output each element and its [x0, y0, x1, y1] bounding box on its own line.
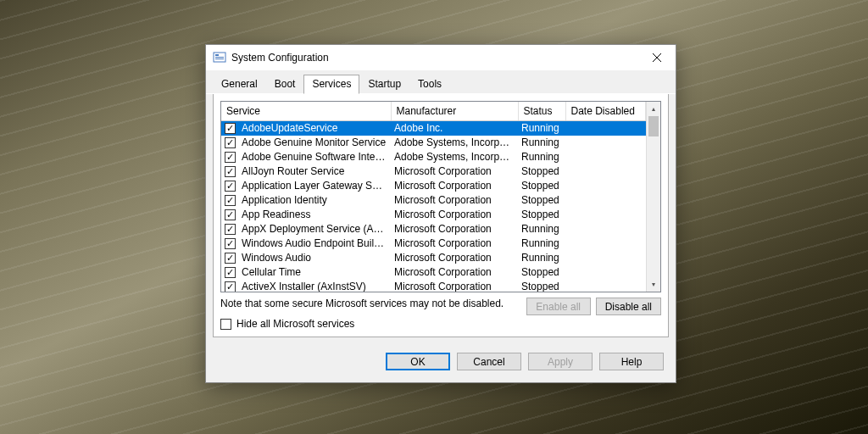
cell-service: Application Identity	[238, 193, 391, 208]
cell-date-disabled	[565, 222, 645, 236]
cell-service: Application Layer Gateway Service	[238, 179, 391, 193]
table-row[interactable]: Application Layer Gateway ServiceMicroso…	[221, 179, 646, 193]
tab-tools[interactable]: Tools	[409, 75, 450, 94]
table-row[interactable]: Application IdentityMicrosoft Corporatio…	[221, 193, 646, 208]
column-header-status[interactable]: Status	[518, 102, 565, 121]
cell-service: ActiveX Installer (AxInstSV)	[238, 280, 391, 292]
cell-status: Stopped	[518, 280, 565, 292]
cell-status: Running	[518, 222, 565, 236]
close-button[interactable]	[637, 45, 676, 70]
help-button[interactable]: Help	[599, 353, 664, 370]
cell-date-disabled	[565, 265, 645, 280]
row-checkbox[interactable]	[225, 181, 236, 192]
row-checkbox[interactable]	[225, 281, 236, 292]
cell-manufacturer: Microsoft Corporation	[391, 222, 518, 236]
row-checkbox[interactable]	[225, 166, 236, 177]
dialog-footer: OK Cancel Apply Help	[206, 344, 676, 382]
cell-date-disabled	[565, 236, 645, 251]
cell-status: Stopped	[518, 179, 565, 193]
window-title: System Configuration	[231, 52, 637, 64]
cell-manufacturer: Adobe Systems, Incorpora...	[391, 150, 518, 164]
table-row[interactable]: AllJoyn Router ServiceMicrosoft Corporat…	[221, 164, 646, 179]
enable-all-button[interactable]: Enable all	[526, 298, 591, 315]
cell-manufacturer: Adobe Systems, Incorpora...	[391, 136, 518, 150]
cell-status: Running	[518, 136, 565, 150]
row-checkbox[interactable]	[225, 123, 236, 134]
svg-rect-2	[215, 57, 224, 58]
tab-services[interactable]: Services	[303, 75, 359, 94]
row-checkbox[interactable]	[225, 209, 236, 220]
hide-microsoft-checkbox[interactable]	[220, 319, 231, 330]
row-checkbox[interactable]	[225, 253, 236, 264]
row-checkbox[interactable]	[225, 238, 236, 249]
table-row[interactable]: AdobeUpdateServiceAdobe Inc.Running	[221, 121, 646, 136]
cell-status: Stopped	[518, 208, 565, 222]
system-configuration-window: System Configuration General Boot Servic…	[205, 44, 676, 383]
row-checkbox[interactable]	[225, 267, 236, 278]
cell-status: Running	[518, 251, 565, 265]
svg-rect-1	[215, 54, 219, 56]
disable-all-button[interactable]: Disable all	[596, 298, 661, 315]
row-checkbox[interactable]	[225, 195, 236, 206]
table-row[interactable]: App ReadinessMicrosoft CorporationStoppe…	[221, 208, 646, 222]
app-icon	[213, 51, 226, 64]
vertical-scrollbar[interactable]: ▴ ▾	[646, 102, 660, 292]
apply-button[interactable]: Apply	[528, 353, 593, 370]
cell-status: Stopped	[518, 164, 565, 179]
cell-service: AllJoyn Router Service	[238, 164, 391, 179]
services-table: Service Manufacturer Status Date Disable…	[221, 102, 646, 292]
cell-service: AppX Deployment Service (App...	[238, 222, 391, 236]
table-row[interactable]: Windows Audio Endpoint BuilderMicrosoft …	[221, 236, 646, 251]
cell-status: Stopped	[518, 193, 565, 208]
cell-date-disabled	[565, 136, 645, 150]
cell-status: Running	[518, 150, 565, 164]
hide-microsoft-label: Hide all Microsoft services	[236, 318, 354, 330]
ok-button[interactable]: OK	[386, 353, 450, 370]
column-header-service[interactable]: Service	[221, 102, 391, 121]
cancel-button[interactable]: Cancel	[457, 353, 521, 370]
cell-manufacturer: Microsoft Corporation	[391, 236, 518, 251]
cell-date-disabled	[565, 193, 645, 208]
cell-service: AdobeUpdateService	[238, 121, 391, 136]
cell-manufacturer: Microsoft Corporation	[391, 208, 518, 222]
disable-note: Note that some secure Microsoft services…	[220, 298, 521, 309]
cell-manufacturer: Microsoft Corporation	[391, 193, 518, 208]
table-row[interactable]: Adobe Genuine Software Integri...Adobe S…	[221, 150, 646, 164]
cell-date-disabled	[565, 208, 645, 222]
scroll-down-button[interactable]: ▾	[647, 277, 660, 292]
table-row[interactable]: ActiveX Installer (AxInstSV)Microsoft Co…	[221, 280, 646, 292]
cell-date-disabled	[565, 150, 645, 164]
column-header-date-disabled[interactable]: Date Disabled	[565, 102, 645, 121]
tab-content: Service Manufacturer Status Date Disable…	[213, 94, 669, 337]
cell-status: Running	[518, 236, 565, 251]
row-checkbox[interactable]	[225, 137, 236, 148]
cell-status: Running	[518, 121, 565, 136]
close-icon	[653, 53, 661, 62]
services-table-container: Service Manufacturer Status Date Disable…	[220, 101, 661, 292]
cell-service: Cellular Time	[238, 265, 391, 280]
row-checkbox[interactable]	[225, 224, 236, 235]
table-header-row: Service Manufacturer Status Date Disable…	[221, 102, 646, 121]
column-header-manufacturer[interactable]: Manufacturer	[391, 102, 518, 121]
cell-manufacturer: Microsoft Corporation	[391, 251, 518, 265]
cell-service: Adobe Genuine Monitor Service	[238, 136, 391, 150]
cell-service: App Readiness	[238, 208, 391, 222]
cell-manufacturer: Microsoft Corporation	[391, 179, 518, 193]
row-checkbox[interactable]	[225, 152, 236, 163]
table-row[interactable]: Cellular TimeMicrosoft CorporationStoppe…	[221, 265, 646, 280]
cell-service: Adobe Genuine Software Integri...	[238, 150, 391, 164]
tab-boot[interactable]: Boot	[266, 75, 304, 94]
cell-manufacturer: Microsoft Corporation	[391, 164, 518, 179]
tab-general[interactable]: General	[213, 75, 266, 94]
table-row[interactable]: Adobe Genuine Monitor ServiceAdobe Syste…	[221, 136, 646, 150]
cell-date-disabled	[565, 251, 645, 265]
titlebar[interactable]: System Configuration	[206, 45, 676, 70]
cell-status: Stopped	[518, 265, 565, 280]
scroll-up-button[interactable]: ▴	[647, 102, 660, 116]
scroll-thumb[interactable]	[648, 116, 659, 136]
table-row[interactable]: AppX Deployment Service (App...Microsoft…	[221, 222, 646, 236]
tab-startup[interactable]: Startup	[359, 75, 409, 94]
services-table-scroll[interactable]: Service Manufacturer Status Date Disable…	[221, 102, 646, 292]
cell-date-disabled	[565, 164, 645, 179]
table-row[interactable]: Windows AudioMicrosoft CorporationRunnin…	[221, 251, 646, 265]
